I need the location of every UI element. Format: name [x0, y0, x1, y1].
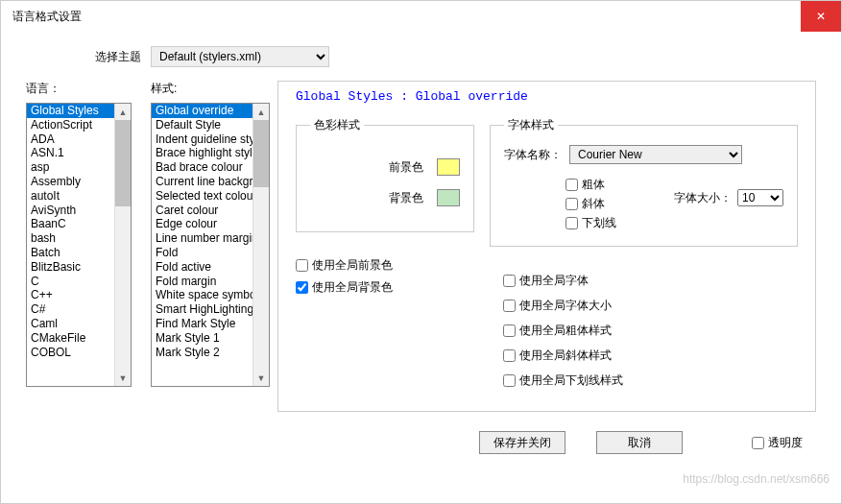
list-item[interactable]: Edge colour: [152, 217, 253, 231]
list-item[interactable]: Mark Style 2: [152, 346, 253, 360]
list-item[interactable]: Selected text colour: [152, 189, 253, 204]
bg-swatch[interactable]: [437, 189, 460, 206]
list-item[interactable]: BaanC: [27, 217, 114, 231]
style-list[interactable]: Global overrideDefault StyleIndent guide…: [152, 104, 253, 386]
global-bg-check[interactable]: 使用全局背景色: [296, 279, 474, 296]
font-size-label: 字体大小：: [674, 190, 732, 206]
list-item[interactable]: AviSynth: [27, 204, 114, 218]
list-item[interactable]: Line number margin: [152, 231, 253, 246]
fg-label: 前景色: [389, 159, 423, 176]
list-item[interactable]: Fold: [152, 246, 253, 260]
theme-label: 选择主题: [95, 49, 141, 65]
close-button[interactable]: ✕: [801, 1, 841, 32]
list-item[interactable]: BlitzBasic: [27, 260, 114, 275]
list-item[interactable]: Mark Style 1: [152, 331, 253, 346]
style-label: 样式:: [151, 81, 270, 97]
list-item[interactable]: ADA: [27, 132, 114, 147]
list-item[interactable]: Fold active: [152, 260, 253, 275]
color-group: 色彩样式 前景色 背景色: [296, 117, 474, 232]
list-item[interactable]: Caml: [27, 317, 114, 331]
global-italic-check[interactable]: 使用全局斜体样式: [503, 348, 798, 364]
list-item[interactable]: Global Styles: [27, 104, 114, 118]
list-item[interactable]: C: [27, 275, 114, 289]
font-name-select[interactable]: Courier New: [569, 145, 742, 164]
list-item[interactable]: C++: [27, 288, 114, 302]
list-item[interactable]: Fold margin: [152, 275, 253, 289]
italic-check[interactable]: 斜体: [565, 196, 616, 212]
font-name-label: 字体名称：: [504, 147, 562, 163]
scroll-up-icon[interactable]: ▲: [115, 104, 131, 120]
list-item[interactable]: COBOL: [27, 346, 114, 360]
list-item[interactable]: White space symbol: [152, 288, 253, 302]
font-group: 字体样式 字体名称： Courier New 粗体 斜体 下划线 字体大小：: [490, 117, 798, 247]
list-item[interactable]: Default Style: [152, 118, 253, 132]
list-item[interactable]: Batch: [27, 246, 114, 260]
list-item[interactable]: Smart HighLighting: [152, 302, 253, 317]
scroll-down-icon[interactable]: ▼: [115, 370, 131, 386]
list-item[interactable]: Find Mark Style: [152, 317, 253, 331]
list-item[interactable]: Brace highlight style: [152, 146, 253, 160]
font-legend: 字体样式: [504, 117, 558, 133]
window-title: 语言格式设置: [12, 10, 82, 23]
list-item[interactable]: Bad brace colour: [152, 160, 253, 175]
global-font-check[interactable]: 使用全局字体: [503, 273, 798, 289]
list-item[interactable]: CMakeFile: [27, 331, 114, 346]
transparent-check[interactable]: 透明度: [752, 435, 803, 451]
scrollbar[interactable]: ▲ ▼: [253, 104, 269, 386]
list-item[interactable]: Global override: [152, 104, 253, 118]
list-item[interactable]: ASN.1: [27, 146, 114, 160]
list-item[interactable]: autoIt: [27, 189, 114, 204]
save-button[interactable]: 保存并关闭: [479, 431, 565, 454]
color-legend: 色彩样式: [310, 117, 364, 133]
global-underline-check[interactable]: 使用全局下划线样式: [503, 372, 798, 389]
bg-label: 背景色: [389, 190, 423, 206]
style-header: Global Styles : Global override: [296, 89, 798, 104]
list-item[interactable]: asp: [27, 160, 114, 175]
theme-select[interactable]: Default (stylers.xml): [151, 46, 329, 67]
close-icon: ✕: [816, 10, 826, 23]
language-label: 语言：: [26, 81, 132, 97]
list-item[interactable]: Assembly: [27, 175, 114, 189]
title-bar: 语言格式设置: [1, 1, 841, 33]
scroll-up-icon[interactable]: ▲: [253, 104, 269, 120]
fg-swatch[interactable]: [437, 158, 460, 176]
global-fg-check[interactable]: 使用全局前景色: [296, 257, 474, 274]
global-bold-check[interactable]: 使用全局粗体样式: [503, 323, 798, 339]
list-item[interactable]: Current line background: [152, 175, 253, 189]
list-item[interactable]: Indent guideline style: [152, 132, 253, 147]
global-size-check[interactable]: 使用全局字体大小: [503, 298, 798, 314]
cancel-button[interactable]: 取消: [596, 431, 683, 454]
watermark: https://blog.csdn.net/xsm666: [683, 472, 830, 486]
scroll-thumb[interactable]: [115, 120, 131, 206]
list-item[interactable]: ActionScript: [27, 118, 114, 132]
scroll-thumb[interactable]: [253, 120, 269, 187]
scroll-down-icon[interactable]: ▼: [253, 370, 269, 386]
underline-check[interactable]: 下划线: [565, 215, 616, 231]
language-list[interactable]: Global StylesActionScriptADAASN.1aspAsse…: [27, 104, 114, 386]
font-size-select[interactable]: 10: [737, 189, 783, 206]
list-item[interactable]: bash: [27, 231, 114, 246]
list-item[interactable]: Caret colour: [152, 204, 253, 218]
bold-check[interactable]: 粗体: [565, 177, 616, 193]
list-item[interactable]: C#: [27, 302, 114, 317]
scrollbar[interactable]: ▲ ▼: [114, 104, 131, 386]
